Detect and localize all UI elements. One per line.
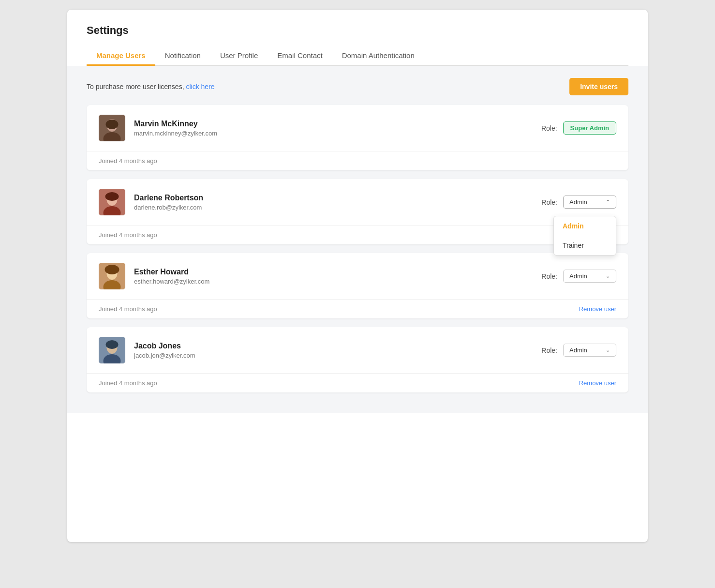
chevron-down-icon-esther: ⌄ [606, 273, 610, 279]
license-text: To purchase more user licenses, click he… [87, 83, 215, 90]
avatar-darlene [99, 189, 125, 215]
dropdown-menu-darlene: Admin Trainer [553, 216, 616, 256]
svg-point-3 [106, 120, 119, 129]
user-card-top-jacob: Jacob Jones jacob.jon@zylker.com Role: A… [87, 327, 628, 374]
user-name-esther: Esther Howard [134, 268, 541, 276]
user-role-area-jacob: Role: Admin ⌄ [541, 344, 616, 357]
license-text-static: To purchase more user licenses, [87, 83, 184, 90]
role-label-darlene: Role: [541, 198, 557, 206]
role-dropdown-jacob[interactable]: Admin ⌄ [563, 344, 616, 357]
user-card-esther: Esther Howard esther.howard@zylker.com R… [87, 253, 628, 318]
user-card-top-darlene: Darlene Robertson darlene.rob@zylker.com… [87, 179, 628, 226]
invite-users-button[interactable]: Invite users [569, 78, 628, 95]
role-dropdown-esther[interactable]: Admin ⌄ [563, 270, 616, 283]
user-email-esther: esther.howard@zylker.com [134, 278, 541, 285]
svg-point-7 [105, 192, 119, 201]
user-card-bottom-marvin: Joined 4 months ago [87, 151, 628, 170]
user-card-darlene: Darlene Robertson darlene.rob@zylker.com… [87, 179, 628, 244]
content-area: To purchase more user licenses, click he… [67, 66, 648, 413]
user-name-jacob: Jacob Jones [134, 342, 541, 350]
role-label-jacob: Role: [541, 347, 557, 354]
user-card-bottom-esther: Joined 4 months ago Remove user [87, 300, 628, 318]
click-here-link[interactable]: click here [186, 83, 214, 90]
role-badge-marvin: Super Admin [563, 121, 616, 135]
role-dropdown-value-esther: Admin [569, 272, 587, 280]
avatar-jacob [99, 337, 125, 363]
main-container: Settings Manage Users Notification User … [67, 10, 648, 542]
tab-email-contact[interactable]: Email Contact [268, 46, 332, 66]
joined-text-jacob: Joined 4 months ago [99, 379, 157, 387]
user-email-marvin: marvin.mckinney@zylker.com [134, 130, 541, 137]
user-role-area-darlene: Role: Admin ⌃ Admin Trainer [541, 196, 616, 209]
role-label-esther: Role: [541, 272, 557, 280]
remove-user-link-jacob[interactable]: Remove user [579, 379, 616, 387]
user-email-darlene: darlene.rob@zylker.com [134, 204, 541, 211]
user-email-jacob: jacob.jon@zylker.com [134, 352, 541, 359]
role-label-marvin: Role: [541, 124, 557, 132]
user-info-marvin: Marvin McKinney marvin.mckinney@zylker.c… [134, 120, 541, 137]
tab-user-profile[interactable]: User Profile [210, 46, 268, 66]
joined-text-esther: Joined 4 months ago [99, 305, 157, 313]
svg-point-15 [106, 340, 119, 349]
chevron-up-icon-darlene: ⌃ [606, 199, 610, 205]
joined-text-darlene: Joined 4 months ago [99, 231, 157, 239]
tabs-bar: Manage Users Notification User Profile E… [87, 46, 628, 66]
tab-manage-users[interactable]: Manage Users [87, 46, 155, 66]
user-role-area-marvin: Role: Super Admin [541, 121, 616, 135]
remove-user-link-esther[interactable]: Remove user [579, 305, 616, 313]
user-card-bottom-darlene: Joined 4 months ago [87, 226, 628, 244]
license-banner: To purchase more user licenses, click he… [87, 78, 628, 95]
role-dropdown-value-jacob: Admin [569, 347, 587, 354]
user-info-jacob: Jacob Jones jacob.jon@zylker.com [134, 342, 541, 359]
user-info-esther: Esther Howard esther.howard@zylker.com [134, 268, 541, 285]
dropdown-item-admin-darlene[interactable]: Admin [554, 216, 616, 236]
page-title: Settings [87, 24, 628, 37]
avatar-marvin [99, 115, 125, 141]
user-info-darlene: Darlene Robertson darlene.rob@zylker.com [134, 194, 541, 211]
role-dropdown-value-darlene: Admin [569, 198, 587, 206]
user-card-jacob: Jacob Jones jacob.jon@zylker.com Role: A… [87, 327, 628, 392]
dropdown-item-trainer-darlene[interactable]: Trainer [554, 236, 616, 255]
role-dropdown-darlene[interactable]: Admin ⌃ [563, 196, 616, 209]
user-card-top-esther: Esther Howard esther.howard@zylker.com R… [87, 253, 628, 300]
user-name-marvin: Marvin McKinney [134, 120, 541, 128]
user-role-area-esther: Role: Admin ⌄ [541, 270, 616, 283]
tab-notification[interactable]: Notification [155, 46, 210, 66]
svg-point-11 [105, 265, 119, 274]
avatar-esther [99, 263, 125, 289]
tab-domain-authentication[interactable]: Domain Authentication [332, 46, 424, 66]
user-card-top-marvin: Marvin McKinney marvin.mckinney@zylker.c… [87, 105, 628, 151]
joined-text-marvin: Joined 4 months ago [99, 157, 157, 165]
user-card-marvin: Marvin McKinney marvin.mckinney@zylker.c… [87, 105, 628, 170]
user-card-bottom-jacob: Joined 4 months ago Remove user [87, 374, 628, 392]
chevron-down-icon-jacob: ⌄ [606, 347, 610, 353]
user-name-darlene: Darlene Robertson [134, 194, 541, 202]
